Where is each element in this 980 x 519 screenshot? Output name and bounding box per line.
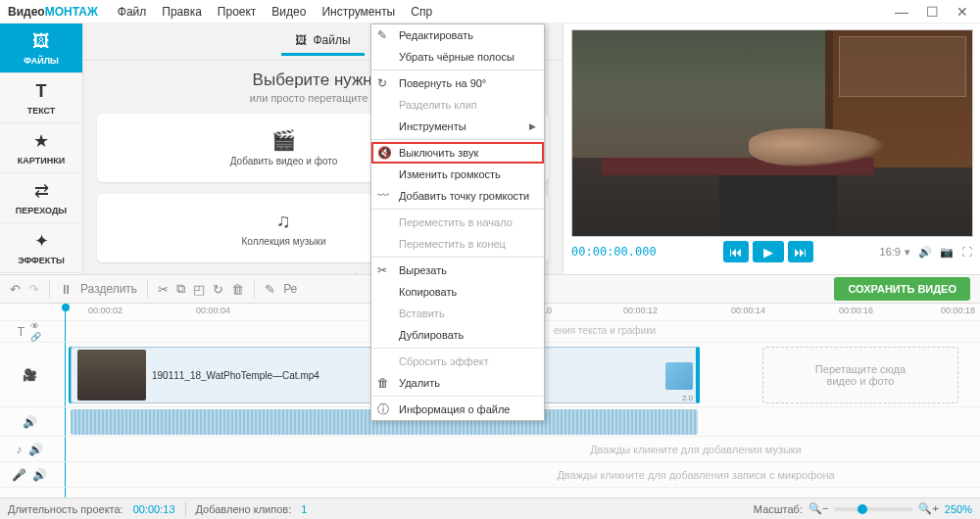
menu-item-label: Сбросить эффект — [399, 355, 489, 367]
speaker-icon[interactable]: 🔊 — [23, 415, 37, 429]
menu-item-icon: 〰 — [377, 189, 389, 203]
sidebar-item-images[interactable]: ★ КАРТИНКИ — [0, 123, 82, 173]
menu-item-label: Убрать чёрные полосы — [399, 51, 514, 63]
cut-icon[interactable]: ✂ — [158, 282, 169, 297]
eye-icon[interactable]: 👁 — [30, 321, 41, 331]
menu-item-label: Вставить — [399, 307, 445, 319]
video-drop-target[interactable]: Перетащите сюда видео и фото — [762, 347, 958, 403]
crop-icon[interactable]: ◰ — [193, 282, 205, 297]
duration-value: 00:00:13 — [133, 503, 175, 515]
preview-video[interactable] — [571, 29, 973, 237]
menu-separator — [371, 70, 544, 71]
menu-file[interactable]: Файл — [118, 5, 147, 19]
chevron-down-icon: ▾ — [905, 246, 910, 259]
ruler-mark: 00:00:04 — [196, 306, 230, 315]
tab-files[interactable]: 🖼 Файлы — [281, 27, 364, 56]
ruler-mark: 00:00:18 — [941, 306, 975, 315]
maximize-icon[interactable]: ☐ — [922, 4, 943, 20]
context-menu-item[interactable]: 🗑Удалить — [371, 372, 544, 394]
context-menu-item[interactable]: ✎Редактировать — [371, 24, 544, 46]
minimize-icon[interactable]: — — [891, 4, 912, 20]
zoom-value: 250% — [945, 503, 972, 515]
undo-icon[interactable]: ↶ — [10, 282, 21, 297]
close-icon[interactable]: ✕ — [953, 4, 972, 20]
menu-edit[interactable]: Правка — [162, 5, 202, 19]
context-menu-item[interactable]: 🔇Выключить звук — [371, 142, 544, 164]
context-menu-item[interactable]: ↻Повернуть на 90° — [371, 72, 544, 94]
preview-panel: 00:00:00.000 ⏮ ▶ ⏭ 16:9 ▾ 🔊 📷 ⛶ — [564, 24, 980, 274]
sidebar-item-label: ПЕРЕХОДЫ — [16, 206, 67, 215]
sidebar-item-effects[interactable]: ✦ ЭФФЕКТЫ — [0, 223, 82, 273]
music-icon: ♫ — [276, 210, 291, 232]
clip-handle-right[interactable] — [696, 347, 700, 403]
context-menu-item[interactable]: Дублировать — [371, 324, 544, 346]
menu-item-label: Инструменты — [399, 120, 466, 132]
sidebar: 🖼 ФАЙЛЫ T ТЕКСТ ★ КАРТИНКИ ⇄ ПЕРЕХОДЫ ✦ … — [0, 24, 83, 274]
sidebar-item-text[interactable]: T ТЕКСТ — [0, 73, 82, 123]
sidebar-item-transitions[interactable]: ⇄ ПЕРЕХОДЫ — [0, 173, 82, 223]
menu-item-label: Переместить в начало — [399, 216, 513, 228]
tile-label: Добавить видео и фото — [230, 156, 338, 167]
sidebar-item-files[interactable]: 🖼 ФАЙЛЫ — [0, 24, 82, 73]
ruler-mark: 00:00:14 — [731, 306, 765, 315]
context-menu-item[interactable]: Убрать чёрные полосы — [371, 46, 544, 68]
image-icon: 🖼 — [295, 33, 307, 47]
menu-tools[interactable]: Инструменты — [321, 5, 395, 19]
clip-filename: 190111_18_WatPhoTemple—Cat.mp4 — [152, 370, 319, 381]
context-menu-item[interactable]: 〰Добавить точку громкости — [371, 185, 544, 207]
menu-item-label: Удалить — [399, 377, 440, 389]
edit-icon[interactable]: ✎ — [265, 282, 275, 297]
edit-button[interactable]: Ре — [283, 282, 297, 296]
next-button[interactable]: ⏭ — [788, 241, 813, 262]
ruler-mark: 00:00:02 — [88, 306, 122, 315]
redo-icon[interactable]: ↷ — [28, 282, 39, 297]
zoom-controls: Масштаб: 🔍− 🔍+ 250% — [754, 502, 972, 515]
split-button[interactable]: Разделить — [80, 282, 137, 296]
prev-button[interactable]: ⏮ — [723, 241, 749, 262]
zoom-slider[interactable] — [834, 507, 912, 511]
speaker-icon[interactable]: 🔊 — [28, 443, 43, 456]
context-menu-item[interactable]: Инструменты▶ — [371, 116, 544, 137]
aspect-ratio-selector[interactable]: 16:9 ▾ — [880, 246, 910, 259]
menu-item-label: Дублировать — [399, 329, 464, 341]
snapshot-icon[interactable]: 📷 — [940, 246, 954, 259]
context-menu-item[interactable]: Копировать — [371, 281, 544, 303]
menu-help[interactable]: Спр — [411, 5, 432, 19]
context-menu-item[interactable]: ✂Вырезать — [371, 260, 544, 281]
volume-icon[interactable]: 🔊 — [918, 246, 932, 259]
rotate-icon[interactable]: ↻ — [213, 282, 223, 297]
track-mic[interactable]: 🎤🔊 Дважды кликните для добавления записи… — [0, 462, 980, 488]
transition-thumb[interactable] — [665, 362, 693, 390]
app-logo: ВидеоМОНТАЖ — [8, 5, 98, 19]
zoom-out-icon[interactable]: 🔍− — [808, 502, 828, 515]
split-icon[interactable]: ⏸ — [60, 282, 73, 297]
text-track-icon: T — [18, 325, 24, 339]
menu-separator — [371, 396, 544, 397]
window-controls: — ☐ ✕ — [891, 4, 972, 20]
zoom-in-icon[interactable]: 🔍+ — [918, 502, 938, 515]
context-menu-item[interactable]: ⓘИнформация о файле — [371, 399, 544, 420]
menu-item-icon: ↻ — [377, 76, 387, 90]
tile-label: Коллекция музыки — [241, 236, 325, 248]
menu-separator — [371, 139, 544, 140]
track-music[interactable]: ♪🔊 Дважды кликните для добавления музыки — [0, 437, 980, 462]
clip-thumbnail — [77, 350, 146, 401]
play-button[interactable]: ▶ — [753, 241, 784, 262]
fullscreen-icon[interactable]: ⛶ — [961, 246, 972, 258]
menu-item-label: Добавить точку громкости — [399, 190, 529, 202]
transitions-icon: ⇄ — [34, 180, 49, 202]
menu-video[interactable]: Видео — [271, 5, 306, 19]
menu-item-label: Редактировать — [399, 29, 473, 41]
link-icon[interactable]: 🔗 — [30, 332, 41, 342]
speaker-icon[interactable]: 🔊 — [32, 468, 47, 482]
menu-project[interactable]: Проект — [218, 5, 257, 19]
delete-icon[interactable]: 🗑 — [231, 282, 244, 297]
context-menu-item[interactable]: Изменить громкость — [371, 164, 544, 185]
menu-item-label: Копировать — [399, 286, 457, 298]
sidebar-item-label: КАРТИНКИ — [18, 156, 65, 165]
menu-item-label: Переместить в конец — [399, 238, 506, 250]
save-video-button[interactable]: СОХРАНИТЬ ВИДЕО — [834, 277, 970, 301]
menu-item-label: Выключить звук — [399, 147, 478, 159]
copy-icon[interactable]: ⧉ — [176, 281, 185, 297]
menu-item-label: Информация о файле — [399, 403, 510, 415]
